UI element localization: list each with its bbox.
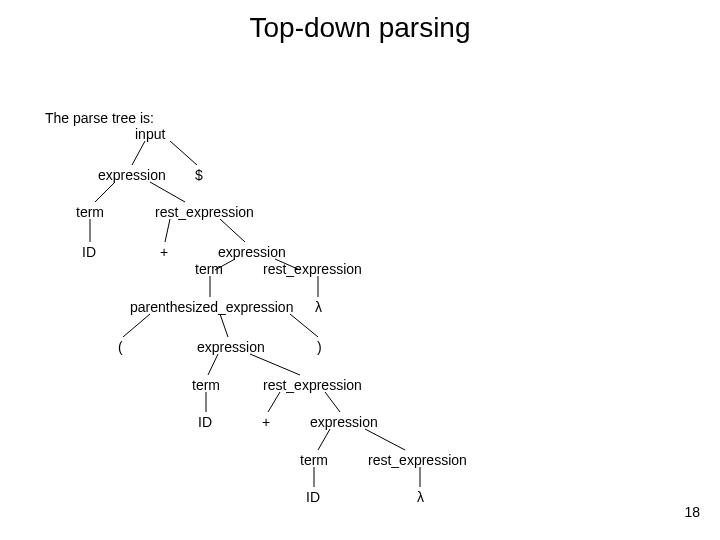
node-term-1: term — [76, 205, 104, 219]
caption-line-1: The parse tree is: — [45, 110, 154, 126]
node-lambda-1: λ — [315, 300, 322, 314]
svg-line-14 — [208, 354, 218, 375]
svg-line-18 — [325, 392, 340, 412]
svg-line-12 — [220, 314, 228, 337]
node-expression-3: expression — [197, 340, 265, 354]
node-rest-expression-1: rest_expression — [155, 205, 254, 219]
svg-line-3 — [150, 182, 185, 202]
node-lparen: ( — [118, 340, 123, 354]
node-paren-expr: parenthesized_expression — [130, 300, 293, 314]
svg-line-19 — [318, 429, 330, 450]
svg-line-0 — [132, 141, 145, 165]
node-rest-expression-4: rest_expression — [368, 453, 467, 467]
svg-line-17 — [268, 392, 280, 412]
svg-line-5 — [165, 219, 170, 242]
svg-line-1 — [170, 141, 197, 165]
svg-line-13 — [290, 314, 318, 337]
node-plus-2: + — [262, 415, 270, 429]
slide-title: Top-down parsing — [0, 12, 720, 44]
node-rest-expression-2: rest_expression — [263, 262, 362, 276]
node-rest-expression-3: rest_expression — [263, 378, 362, 392]
node-id-2: ID — [198, 415, 212, 429]
node-expression-4: expression — [310, 415, 378, 429]
page-number: 18 — [684, 504, 700, 520]
node-term-2: term — [195, 262, 223, 276]
svg-line-15 — [250, 354, 300, 375]
node-term-4: term — [300, 453, 328, 467]
node-id-1: ID — [82, 245, 96, 259]
node-plus-1: + — [160, 245, 168, 259]
svg-line-20 — [365, 429, 405, 450]
node-rparen: ) — [317, 340, 322, 354]
svg-line-2 — [95, 182, 115, 202]
node-input: input — [135, 127, 165, 141]
node-id-3: ID — [306, 490, 320, 504]
node-dollar: $ — [195, 168, 203, 182]
node-expression-2: expression — [218, 245, 286, 259]
svg-line-11 — [123, 314, 150, 337]
node-expression-1: expression — [98, 168, 166, 182]
node-term-3: term — [192, 378, 220, 392]
svg-line-6 — [220, 219, 245, 242]
node-lambda-2: λ — [417, 490, 424, 504]
